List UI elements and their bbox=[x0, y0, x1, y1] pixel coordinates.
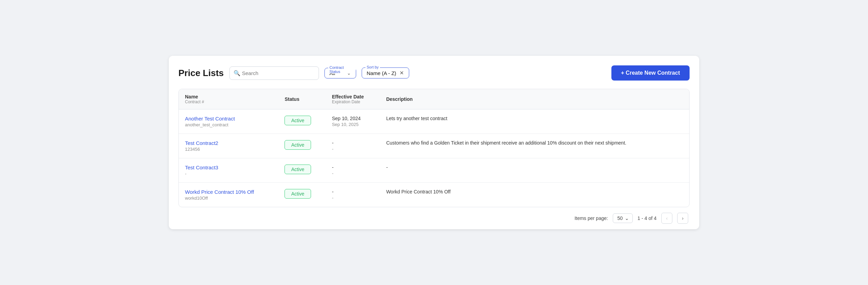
contract-number: - bbox=[185, 171, 272, 176]
effective-date: Sep 10, 2024 bbox=[332, 116, 374, 121]
col-name: Name Contract # bbox=[179, 89, 278, 109]
contract-number: workd10Off bbox=[185, 196, 272, 201]
per-page-chevron-icon: ⌄ bbox=[625, 215, 629, 221]
sort-by-label: Sort by bbox=[365, 65, 380, 69]
description-text: Lets try another test contract bbox=[386, 116, 447, 121]
col-status: Status bbox=[278, 89, 326, 109]
cell-status: Active bbox=[278, 158, 326, 183]
sort-by-select[interactable]: Sort by Name (A - Z) ✕ bbox=[362, 67, 410, 78]
contracts-table: Name Contract # Status Effective Date Ex… bbox=[179, 89, 689, 207]
search-icon: 🔍 bbox=[234, 70, 240, 76]
sort-by-row: Name (A - Z) ✕ bbox=[367, 70, 404, 76]
cell-status: Active bbox=[278, 183, 326, 207]
table-footer: Items per page: 50 ⌄ 1 - 4 of 4 ‹ › bbox=[178, 207, 690, 229]
expiration-date: - bbox=[332, 171, 374, 176]
description-text: Workd Price Contract 10% Off bbox=[386, 189, 451, 194]
contract-number: another_test_contract bbox=[185, 122, 272, 127]
contract-name-link[interactable]: Test Contract3 bbox=[185, 165, 272, 170]
col-effective-date: Effective Date Expiration Date bbox=[326, 89, 380, 109]
contracts-table-wrapper: Name Contract # Status Effective Date Ex… bbox=[178, 89, 690, 207]
create-new-contract-button[interactable]: + Create New Contract bbox=[611, 65, 690, 81]
cell-description: Customers who find a Golden Ticket in th… bbox=[380, 134, 689, 158]
contract-name-link[interactable]: Workd Price Contract 10% Off bbox=[185, 189, 272, 195]
expiration-date: - bbox=[332, 195, 374, 200]
create-btn-label: + Create New Contract bbox=[621, 70, 680, 76]
per-page-select[interactable]: 50 ⌄ bbox=[613, 213, 633, 223]
header: Price Lists 🔍 Contract Status All ⌄ Sort… bbox=[178, 65, 690, 81]
cell-name: Another Test Contract another_test_contr… bbox=[179, 109, 278, 134]
table-row: Another Test Contract another_test_contr… bbox=[179, 109, 689, 134]
expiration-date: - bbox=[332, 146, 374, 151]
status-badge: Active bbox=[285, 140, 311, 150]
cell-date: Sep 10, 2024 Sep 10, 2025 bbox=[326, 109, 380, 134]
cell-name: Test Contract2 123456 bbox=[179, 134, 278, 158]
table-row: Test Contract2 123456 Active - - Custome… bbox=[179, 134, 689, 158]
contract-name-link[interactable]: Test Contract2 bbox=[185, 140, 272, 146]
cell-description: Workd Price Contract 10% Off bbox=[380, 183, 689, 207]
cell-date: - - bbox=[326, 183, 380, 207]
table-row: Test Contract3 - Active - - - bbox=[179, 158, 689, 183]
next-page-button[interactable]: › bbox=[677, 213, 688, 224]
contract-status-label: Contract Status bbox=[328, 65, 356, 74]
page-title: Price Lists bbox=[178, 68, 224, 78]
description-text: - bbox=[386, 165, 388, 170]
prev-page-button[interactable]: ‹ bbox=[661, 213, 672, 224]
sort-by-value: Name (A - Z) bbox=[367, 70, 396, 76]
cell-description: Lets try another test contract bbox=[380, 109, 689, 134]
search-input[interactable] bbox=[229, 66, 319, 80]
cell-status: Active bbox=[278, 134, 326, 158]
cell-date: - - bbox=[326, 134, 380, 158]
contract-name-link[interactable]: Another Test Contract bbox=[185, 116, 272, 122]
effective-date: - bbox=[332, 140, 374, 146]
cell-status: Active bbox=[278, 109, 326, 134]
status-badge: Active bbox=[285, 189, 311, 199]
table-body: Another Test Contract another_test_contr… bbox=[179, 109, 689, 207]
table-header: Name Contract # Status Effective Date Ex… bbox=[179, 89, 689, 109]
effective-date: - bbox=[332, 189, 374, 194]
items-per-page-label: Items per page: bbox=[575, 215, 608, 221]
per-page-value: 50 bbox=[617, 215, 623, 221]
effective-date: - bbox=[332, 165, 374, 170]
expiration-date: Sep 10, 2025 bbox=[332, 122, 374, 127]
main-container: Price Lists 🔍 Contract Status All ⌄ Sort… bbox=[169, 56, 699, 229]
description-text: Customers who find a Golden Ticket in th… bbox=[386, 140, 626, 146]
cell-name: Test Contract3 - bbox=[179, 158, 278, 183]
table-row: Workd Price Contract 10% Off workd10Off … bbox=[179, 183, 689, 207]
status-badge: Active bbox=[285, 165, 311, 174]
cell-name: Workd Price Contract 10% Off workd10Off bbox=[179, 183, 278, 207]
cell-description: - bbox=[380, 158, 689, 183]
col-description: Description bbox=[380, 89, 689, 109]
status-badge: Active bbox=[285, 116, 311, 125]
contract-number: 123456 bbox=[185, 147, 272, 152]
cell-date: - - bbox=[326, 158, 380, 183]
contract-status-select[interactable]: Contract Status All ⌄ bbox=[324, 68, 356, 78]
close-icon[interactable]: ✕ bbox=[400, 70, 404, 76]
search-wrapper: 🔍 bbox=[229, 66, 319, 80]
page-info: 1 - 4 of 4 bbox=[638, 215, 657, 221]
